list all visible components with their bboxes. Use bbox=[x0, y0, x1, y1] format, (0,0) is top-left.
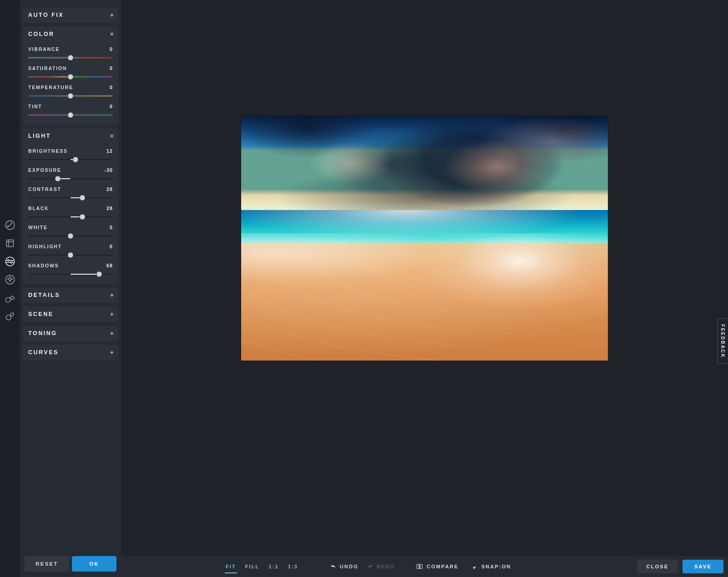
slider-temperature-track[interactable] bbox=[28, 93, 113, 99]
slider-vibrance-track[interactable] bbox=[28, 55, 113, 61]
zoom-fill[interactable]: FILL bbox=[241, 562, 264, 571]
undo-icon bbox=[330, 563, 337, 570]
panel-color: COLOR×VIBRANCE0SATURATION0TEMPERATURE0TI… bbox=[23, 26, 118, 125]
slider-black-track[interactable] bbox=[28, 214, 113, 220]
slider-highlight-track[interactable] bbox=[28, 252, 113, 258]
slider-black-thumb[interactable] bbox=[80, 214, 86, 220]
slider-saturation-value: 0 bbox=[110, 65, 113, 71]
slider-white-thumb[interactable] bbox=[68, 233, 74, 239]
undo-button[interactable]: UNDO bbox=[330, 563, 359, 570]
feedback-tab[interactable]: FEEDBACK bbox=[717, 318, 728, 364]
panel-scene-title: SCENE bbox=[28, 311, 54, 317]
expand-icon: + bbox=[110, 292, 114, 298]
slider-white-track[interactable] bbox=[28, 233, 113, 239]
ok-button[interactable]: OK bbox=[72, 556, 116, 572]
adjust-icon bbox=[4, 256, 16, 267]
bottom-bar: FITFILL1:11:3 UNDO REDO COMPARE SNAP:ON bbox=[121, 556, 728, 577]
slider-tint-thumb[interactable] bbox=[68, 112, 74, 118]
panel-details-header[interactable]: DETAILS+ bbox=[23, 287, 118, 303]
panel-toning-header[interactable]: TONING+ bbox=[23, 326, 118, 341]
slider-white[interactable]: WHITE0 bbox=[28, 225, 113, 239]
save-button[interactable]: SAVE bbox=[682, 560, 723, 573]
retouch-tool[interactable] bbox=[4, 310, 16, 322]
panel-details: DETAILS+ bbox=[23, 287, 118, 303]
slider-contrast[interactable]: CONTRAST28 bbox=[28, 186, 113, 201]
panel-curves-title: CURVES bbox=[28, 349, 59, 356]
slider-shadows-thumb[interactable] bbox=[96, 271, 102, 277]
panel-light-header[interactable]: LIGHT× bbox=[23, 128, 118, 144]
slider-brightness-value: 12 bbox=[106, 148, 113, 154]
panel-curves-header[interactable]: CURVES+ bbox=[23, 345, 118, 360]
svg-point-4 bbox=[11, 261, 12, 263]
redo-button[interactable]: REDO bbox=[367, 563, 395, 570]
slider-shadows-track[interactable] bbox=[28, 271, 113, 277]
adjust-panel: AUTO FIX+COLOR×VIBRANCE0SATURATION0TEMPE… bbox=[20, 0, 121, 577]
compare-icon bbox=[416, 563, 423, 570]
slider-exposure-thumb[interactable] bbox=[55, 176, 61, 182]
crop-tool[interactable] bbox=[4, 237, 16, 249]
slider-saturation-track[interactable] bbox=[28, 74, 113, 80]
slider-temperature-thumb[interactable] bbox=[68, 93, 74, 99]
slider-tint-label: TINT bbox=[28, 104, 42, 109]
snap-label: SNAP:ON bbox=[481, 564, 511, 569]
snap-toggle[interactable]: SNAP:ON bbox=[470, 563, 511, 570]
auto-fix-tool[interactable] bbox=[4, 219, 16, 231]
undo-label: UNDO bbox=[340, 564, 359, 569]
slider-exposure[interactable]: EXPOSURE-30 bbox=[28, 167, 113, 182]
close-button[interactable]: CLOSE bbox=[637, 560, 678, 573]
slider-contrast-track[interactable] bbox=[28, 195, 113, 201]
expand-icon: + bbox=[110, 330, 114, 336]
panel-color-title: COLOR bbox=[28, 31, 55, 37]
reset-button[interactable]: RESET bbox=[25, 556, 69, 572]
slider-black[interactable]: BLACK28 bbox=[28, 206, 113, 220]
panel-auto_fix-header[interactable]: AUTO FIX+ bbox=[23, 7, 118, 23]
crop-icon bbox=[4, 237, 16, 249]
slider-vibrance-thumb[interactable] bbox=[68, 55, 74, 61]
slider-temperature[interactable]: TEMPERATURE0 bbox=[28, 85, 113, 99]
panel-toning-title: TONING bbox=[28, 330, 57, 336]
slider-brightness[interactable]: BRIGHTNESS12 bbox=[28, 148, 113, 163]
right-actions: CLOSE SAVE bbox=[637, 560, 723, 573]
compare-button[interactable]: COMPARE bbox=[416, 563, 459, 570]
slider-vibrance[interactable]: VIBRANCE0 bbox=[28, 46, 113, 61]
slider-shadows[interactable]: SHADOWS68 bbox=[28, 263, 113, 277]
slider-tint-track[interactable] bbox=[28, 112, 113, 118]
slider-highlight[interactable]: HIGHLIGHT0 bbox=[28, 244, 113, 258]
redo-icon bbox=[367, 563, 374, 570]
slider-contrast-thumb[interactable] bbox=[80, 195, 86, 201]
slider-tint[interactable]: TINT0 bbox=[28, 104, 113, 118]
slider-brightness-track[interactable] bbox=[28, 156, 113, 163]
panel-scene-header[interactable]: SCENE+ bbox=[23, 306, 118, 322]
close-icon: × bbox=[110, 133, 114, 139]
slider-shadows-label: SHADOWS bbox=[28, 263, 59, 268]
history-group: UNDO REDO bbox=[330, 563, 395, 570]
slider-tint-value: 0 bbox=[110, 104, 113, 109]
workspace: FITFILL1:11:3 UNDO REDO COMPARE SNAP:ON bbox=[121, 0, 728, 577]
slider-saturation-thumb[interactable] bbox=[68, 74, 74, 80]
panel-light: LIGHT×BRIGHTNESS12EXPOSURE-30CONTRAST28B… bbox=[23, 128, 118, 284]
zoom-1_3[interactable]: 1:3 bbox=[283, 562, 303, 571]
slider-exposure-track[interactable] bbox=[28, 176, 113, 182]
panel-scene: SCENE+ bbox=[23, 306, 118, 322]
slider-black-value: 28 bbox=[106, 206, 113, 211]
panel-color-header[interactable]: COLOR× bbox=[23, 26, 118, 42]
slider-brightness-thumb[interactable] bbox=[73, 157, 79, 163]
slider-saturation[interactable]: SATURATION0 bbox=[28, 65, 113, 80]
slider-exposure-value: -30 bbox=[104, 167, 113, 173]
effects-tool[interactable] bbox=[4, 274, 16, 286]
slider-highlight-thumb[interactable] bbox=[68, 252, 74, 258]
zoom-1_1[interactable]: 1:1 bbox=[264, 562, 283, 571]
svg-point-7 bbox=[6, 315, 11, 320]
canvas[interactable] bbox=[121, 0, 728, 556]
panel-auto_fix: AUTO FIX+ bbox=[23, 7, 118, 23]
panel-footer: RESET OK bbox=[23, 552, 118, 577]
adjust-tool[interactable] bbox=[4, 256, 16, 267]
panel-light-title: LIGHT bbox=[28, 133, 51, 139]
slider-temperature-label: TEMPERATURE bbox=[28, 85, 73, 90]
liquify-tool[interactable] bbox=[4, 292, 16, 304]
slider-brightness-label: BRIGHTNESS bbox=[28, 148, 68, 154]
zoom-group: FITFILL1:11:3 bbox=[126, 562, 303, 571]
panel-details-title: DETAILS bbox=[28, 292, 60, 298]
panel-color-body: VIBRANCE0SATURATION0TEMPERATURE0TINT0 bbox=[23, 46, 118, 125]
zoom-fit[interactable]: FIT bbox=[221, 562, 241, 571]
